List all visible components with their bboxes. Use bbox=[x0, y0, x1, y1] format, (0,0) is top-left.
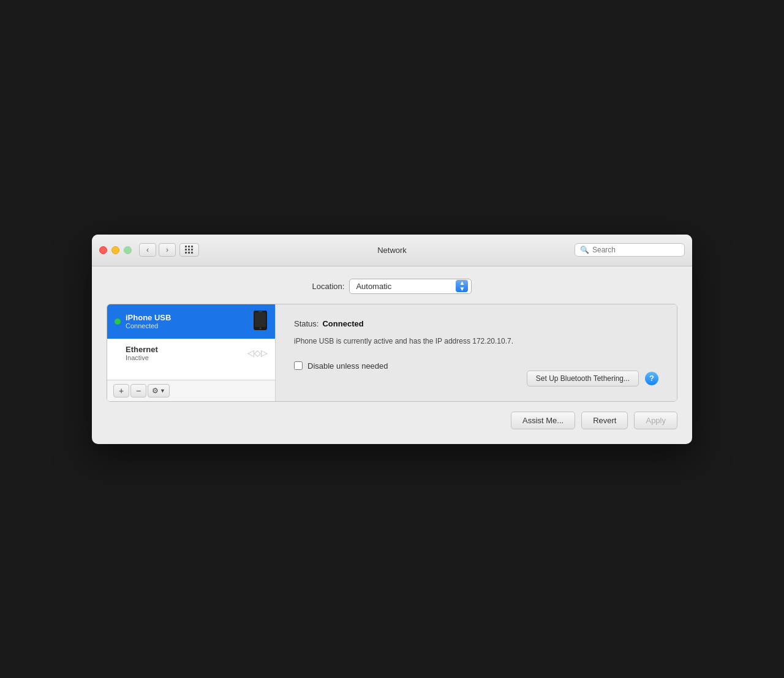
back-button[interactable]: ‹ bbox=[139, 243, 156, 257]
close-button[interactable] bbox=[99, 246, 107, 254]
disable-unless-needed-label: Disable unless needed bbox=[307, 361, 388, 371]
traffic-lights bbox=[99, 246, 132, 254]
sidebar-list: iPhone USB Connected bbox=[107, 304, 275, 380]
gear-dropdown-arrow: ▼ bbox=[160, 388, 165, 394]
bluetooth-tethering-button[interactable]: Set Up Bluetooth Tethering... bbox=[527, 371, 639, 386]
network-preferences-window: ‹ › Network 🔍 Location: bbox=[92, 235, 692, 444]
location-row: Location: Automatic Edit Locations... ▲ … bbox=[107, 279, 677, 294]
window-title: Network bbox=[377, 246, 407, 255]
svg-point-11 bbox=[260, 327, 262, 329]
minimize-button[interactable] bbox=[111, 246, 119, 254]
search-input[interactable] bbox=[592, 246, 679, 254]
svg-rect-4 bbox=[188, 249, 190, 250]
svg-rect-0 bbox=[185, 246, 187, 247]
status-label: Status: bbox=[294, 319, 318, 328]
iphone-usb-text: iPhone USB Connected bbox=[126, 313, 248, 330]
ethernet-text: Ethernet Inactive bbox=[126, 345, 243, 361]
bottom-bar: Assist Me... Revert Apply bbox=[107, 412, 677, 429]
detail-panel: Status: Connected iPhone USB is currentl… bbox=[276, 304, 677, 401]
location-select[interactable]: Automatic Edit Locations... bbox=[349, 279, 472, 294]
svg-rect-10 bbox=[255, 312, 266, 327]
detail-bottom: Set Up Bluetooth Tethering... ? bbox=[294, 371, 658, 386]
disable-unless-needed-checkbox[interactable] bbox=[294, 361, 303, 370]
svg-rect-1 bbox=[188, 246, 190, 247]
main-panel: iPhone USB Connected bbox=[107, 304, 677, 402]
location-select-wrapper: Automatic Edit Locations... ▲ ▼ bbox=[349, 279, 472, 294]
svg-rect-3 bbox=[185, 249, 187, 250]
ethernet-status-dot bbox=[115, 350, 121, 356]
nav-buttons: ‹ › bbox=[139, 243, 176, 257]
sidebar-item-iphone-usb[interactable]: iPhone USB Connected bbox=[107, 304, 275, 339]
location-label: Location: bbox=[312, 282, 345, 291]
status-row: Status: Connected bbox=[294, 319, 658, 328]
content-area: Location: Automatic Edit Locations... ▲ … bbox=[92, 266, 692, 444]
titlebar: ‹ › Network 🔍 bbox=[92, 235, 692, 266]
help-button[interactable]: ? bbox=[645, 372, 658, 385]
grid-button[interactable] bbox=[179, 243, 199, 257]
sidebar-toolbar: + − ⚙ ▼ bbox=[107, 380, 275, 401]
assist-me-button[interactable]: Assist Me... bbox=[511, 412, 575, 429]
search-icon: 🔍 bbox=[580, 246, 589, 254]
svg-rect-12 bbox=[258, 311, 262, 312]
iphone-icon bbox=[253, 311, 268, 333]
sidebar: iPhone USB Connected bbox=[107, 304, 276, 401]
remove-interface-button[interactable]: − bbox=[130, 384, 146, 397]
disable-checkbox-row: Disable unless needed bbox=[294, 361, 658, 371]
maximize-button[interactable] bbox=[124, 246, 132, 254]
revert-button[interactable]: Revert bbox=[581, 412, 628, 429]
ethernet-name: Ethernet bbox=[126, 345, 243, 354]
iphone-usb-name: iPhone USB bbox=[126, 313, 248, 322]
status-description: iPhone USB is currently active and has t… bbox=[294, 336, 514, 347]
gear-icon: ⚙ bbox=[152, 386, 159, 395]
iphone-usb-status-dot bbox=[115, 318, 121, 325]
svg-rect-8 bbox=[191, 252, 193, 254]
status-value: Connected bbox=[322, 319, 363, 328]
svg-rect-7 bbox=[188, 252, 190, 254]
add-interface-button[interactable]: + bbox=[113, 384, 129, 397]
interface-settings-button[interactable]: ⚙ ▼ bbox=[148, 384, 170, 397]
sidebar-item-ethernet[interactable]: Ethernet Inactive ◁◇▷ bbox=[107, 339, 275, 367]
forward-button[interactable]: › bbox=[159, 243, 176, 257]
search-bar[interactable]: 🔍 bbox=[575, 243, 685, 257]
svg-rect-2 bbox=[191, 246, 193, 247]
svg-rect-5 bbox=[191, 249, 193, 250]
apply-button[interactable]: Apply bbox=[634, 412, 677, 429]
iphone-usb-status: Connected bbox=[126, 322, 248, 330]
ethernet-arrows-icon: ◁◇▷ bbox=[247, 348, 268, 358]
svg-rect-6 bbox=[185, 252, 187, 254]
ethernet-status: Inactive bbox=[126, 354, 243, 361]
